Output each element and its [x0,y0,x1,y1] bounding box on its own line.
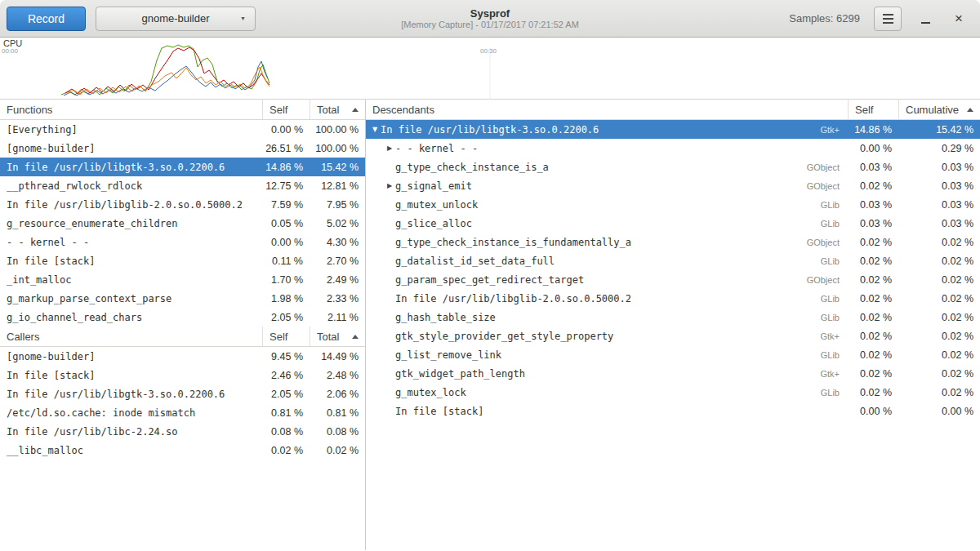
total-column-header[interactable]: Total [310,100,365,119]
total-column-header[interactable]: Total [310,327,365,346]
cumulative-percent: 0.03 % [898,180,980,192]
function-row[interactable]: g_io_channel_read_chars2.05 %2.11 % [0,308,365,327]
total-percent: 14.49 % [310,351,365,362]
total-percent: 15.42 % [310,162,365,173]
callers-table-header: Callers Self Total [0,327,365,347]
self-percent: 0.00 % [848,406,898,417]
function-row[interactable]: [gnome-builder]26.51 %100.00 % [0,139,365,158]
function-row[interactable]: _int_malloc1.70 %2.49 % [0,270,365,289]
library-badge: Gtk+ [820,125,848,135]
caller-row[interactable]: In file /usr/lib/libc-2.24.so0.08 %0.08 … [0,422,365,441]
self-percent: 0.02 % [848,349,898,361]
close-button[interactable]: × [949,8,969,29]
symbol-name: g_hash_table_size [395,312,496,323]
symbol-name: In file /usr/lib/libgtk-3.so.0.2200.6 [381,124,599,136]
self-column-header[interactable]: Self [262,327,310,346]
expander-closed-icon[interactable]: ▶ [384,182,395,189]
function-row[interactable]: g_resource_enumerate_children0.05 %5.02 … [0,214,365,233]
hamburger-icon [883,14,893,16]
symbol-name: g_list_remove_link [395,349,501,361]
total-percent: 100.00 % [310,124,365,136]
minimize-button[interactable] [915,8,935,29]
function-row[interactable]: __pthread_rwlock_rdlock12.75 %12.81 % [0,176,365,195]
descendant-row[interactable]: In file /usr/lib/libglib-2.0.so.0.5000.2… [366,289,980,308]
total-percent: 2.49 % [310,274,365,286]
symbol-name: g_param_spec_get_redirect_target [395,274,584,286]
self-percent: 0.03 % [848,218,898,229]
self-percent: 0.00 % [848,143,898,154]
descendants-column-header[interactable]: Descendants [366,100,848,119]
process-selector-dropdown[interactable]: gnome-builder ▼ [96,7,256,31]
caller-row[interactable]: In file /usr/lib/libgtk-3.so.0.2200.62.0… [0,384,365,403]
symbol-name: g_slice_alloc [395,218,472,229]
descendant-row[interactable]: gtk_widget_path_lengthGtk+0.02 %0.02 % [366,364,980,383]
expander-open-icon[interactable]: ▼ [369,126,381,133]
function-row[interactable]: g_markup_parse_context_parse1.98 %2.33 % [0,289,365,308]
total-percent: 7.95 % [310,199,365,211]
functions-column-header[interactable]: Functions [0,100,262,119]
descendant-row[interactable]: gtk_style_provider_get_style_propertyGtk… [366,327,980,345]
function-row[interactable]: [Everything]0.00 %100.00 % [0,120,365,139]
library-badge: GObject [807,181,848,191]
caller-row[interactable]: In file [stack]2.46 %2.48 % [0,366,365,384]
self-percent: 1.98 % [262,293,310,304]
descendant-row[interactable]: g_mutex_lockGLib0.02 %0.02 % [366,383,980,402]
function-row[interactable]: - - kernel - -0.00 %4.30 % [0,233,365,251]
self-column-header[interactable]: Self [262,100,310,119]
total-percent: 0.81 % [310,407,365,419]
self-percent: 0.00 % [262,124,310,136]
function-row[interactable]: In file /usr/lib/libglib-2.0.so.0.5000.2… [0,195,365,214]
sort-ascending-icon [352,108,359,112]
descendant-row[interactable]: g_type_check_instance_is_fundamentally_a… [366,233,980,251]
library-badge: GObject [807,238,848,247]
cumulative-percent: 0.03 % [898,199,980,211]
descendant-row[interactable]: g_type_check_instance_is_aGObject0.03 %0… [366,158,980,176]
cpu-graph-area[interactable]: CPU 00:00 00:30 [0,38,980,100]
self-percent: 12.75 % [262,180,310,192]
symbol-name: In file /usr/lib/libc-2.24.so [0,426,262,438]
record-button[interactable]: Record [7,7,86,31]
descendant-row[interactable]: g_hash_table_sizeGLib0.02 %0.02 % [366,308,980,327]
cumulative-percent: 0.02 % [898,274,980,286]
function-row[interactable]: In file /usr/lib/libgtk-3.so.0.2200.614.… [0,158,365,176]
self-column-header[interactable]: Self [848,100,898,119]
chevron-down-icon: ▼ [240,16,246,21]
header-bar: Record gnome-builder ▼ Sysprof [Memory C… [0,0,980,38]
caller-row[interactable]: __libc_malloc0.02 %0.02 % [0,441,365,460]
symbol-name: - - kernel - - [395,143,478,154]
library-badge: GLib [821,256,848,266]
menu-button[interactable] [874,7,902,31]
symbol-name: [gnome-builder] [0,351,262,362]
process-selector-label: gnome-builder [141,12,209,24]
main-panels: Functions Self Total [Everything]0.00 %1… [0,100,980,550]
symbol-name: __libc_malloc [0,445,262,456]
cumulative-percent: 0.02 % [898,387,980,398]
descendant-row[interactable]: g_datalist_id_set_data_fullGLib0.02 %0.0… [366,251,980,270]
symbol-name: g_type_check_instance_is_a [395,162,549,173]
descendant-row[interactable]: g_param_spec_get_redirect_targetGObject0… [366,270,980,289]
descendant-row[interactable]: In file [stack]0.00 %0.00 % [366,402,980,420]
total-percent: 4.30 % [310,237,365,248]
descendant-row[interactable]: ▶- - kernel - -0.00 %0.29 % [366,139,980,158]
callers-column-header[interactable]: Callers [0,327,262,346]
expander-closed-icon[interactable]: ▶ [384,144,395,152]
symbol-name: In file /usr/lib/libglib-2.0.so.0.5000.2 [395,293,631,304]
descendant-row[interactable]: g_slice_allocGLib0.03 %0.03 % [366,214,980,233]
descendant-row[interactable]: ▶g_signal_emitGObject0.02 %0.03 % [366,176,980,195]
total-percent: 0.02 % [310,445,365,456]
caller-row[interactable]: [gnome-builder]9.45 %14.49 % [0,347,365,366]
self-percent: 0.08 % [262,426,310,438]
cumulative-column-header[interactable]: Cumulative [898,100,980,119]
descendant-row[interactable]: g_mutex_unlockGLib0.03 %0.03 % [366,195,980,214]
self-percent: 0.00 % [262,237,310,248]
functions-table-header: Functions Self Total [0,100,365,120]
cumulative-percent: 0.02 % [898,256,980,267]
descendant-row[interactable]: g_list_remove_linkGLib0.02 %0.02 % [366,345,980,364]
cumulative-percent: 0.03 % [898,218,980,229]
descendant-row[interactable]: ▼In file /usr/lib/libgtk-3.so.0.2200.6Gt… [366,120,980,139]
function-row[interactable]: In file [stack]0.11 %2.70 % [0,251,365,270]
caller-row[interactable]: /etc/ld.so.cache: inode mismatch0.81 %0.… [0,403,365,422]
cumulative-percent: 0.02 % [898,293,980,304]
self-percent: 2.05 % [262,389,310,400]
symbol-name: g_io_channel_read_chars [0,312,262,323]
